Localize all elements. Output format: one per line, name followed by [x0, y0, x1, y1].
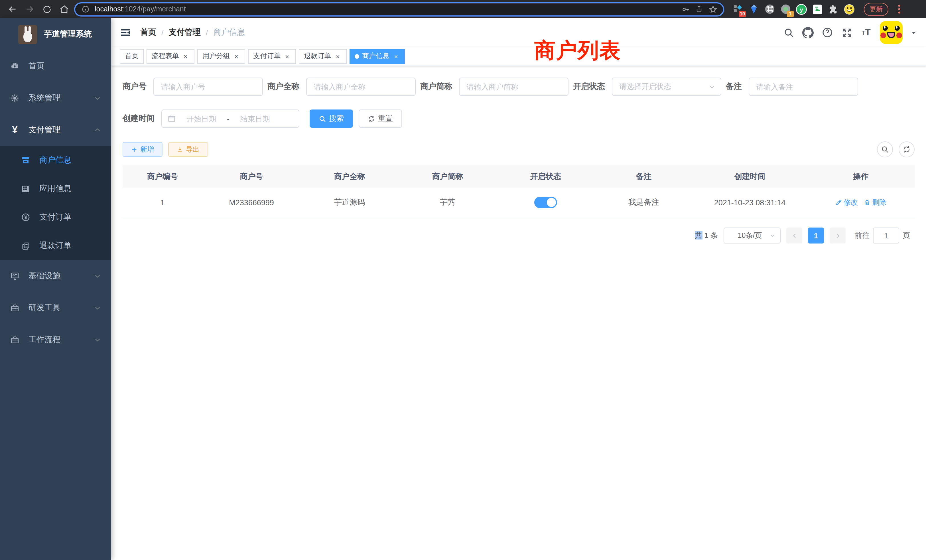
- delete-link[interactable]: 删除: [864, 198, 887, 207]
- sidebar-item-merchant-info[interactable]: 商户信息: [0, 146, 111, 174]
- sidebar-item-home[interactable]: 首页: [0, 50, 111, 82]
- password-key-icon[interactable]: [681, 5, 690, 14]
- sidebar-item-workflow[interactable]: 工作流程: [0, 324, 111, 356]
- caret-down-icon[interactable]: [911, 29, 917, 36]
- close-icon[interactable]: ×: [233, 53, 240, 60]
- reset-button-label: 重置: [378, 114, 393, 124]
- date-start-input[interactable]: [180, 114, 222, 123]
- export-button[interactable]: 导出: [168, 142, 208, 157]
- page-info-icon[interactable]: [81, 5, 90, 14]
- date-range-picker[interactable]: -: [161, 109, 300, 128]
- refresh-table-button[interactable]: [899, 141, 915, 157]
- merchant-no-input[interactable]: [153, 77, 263, 96]
- tag-pay-order[interactable]: 支付订单 ×: [248, 49, 296, 64]
- table-toolbar: 新增 导出: [123, 141, 915, 157]
- fullscreen-icon[interactable]: [841, 27, 852, 38]
- search-icon: [319, 115, 326, 122]
- full-name-input[interactable]: [306, 77, 416, 96]
- show-search-toggle-button[interactable]: [877, 141, 893, 157]
- sidebar-menu: 首页 系统管理 ¥ 支付管理: [0, 50, 111, 356]
- browser-update-button[interactable]: 更新: [864, 3, 888, 16]
- tag-merchant-info[interactable]: 商户信息 ×: [350, 49, 405, 64]
- short-name-input[interactable]: [459, 77, 569, 96]
- select-placeholder: 请选择开启状态: [619, 82, 709, 92]
- tag-refund-order[interactable]: 退款订单 ×: [299, 49, 346, 64]
- extension-gem-icon[interactable]: [748, 4, 759, 15]
- github-icon[interactable]: [802, 27, 814, 38]
- extension-command-icon[interactable]: [764, 4, 775, 15]
- extension-cluster: 10 1 y: [732, 4, 855, 15]
- svg-text:y: y: [800, 6, 803, 12]
- breadcrumb-home[interactable]: 首页: [140, 27, 156, 38]
- browser-reload-icon[interactable]: [40, 2, 54, 16]
- page-size-select[interactable]: 10条/页: [723, 227, 781, 244]
- sidebar-item-payment[interactable]: ¥ 支付管理: [0, 114, 111, 146]
- filter-status: 开启状态 请选择开启状态: [573, 77, 721, 96]
- tag-label: 用户分组: [203, 51, 230, 61]
- sidebar-item-system[interactable]: 系统管理: [0, 82, 111, 114]
- status-select[interactable]: 请选择开启状态: [612, 77, 721, 96]
- edit-link[interactable]: 修改: [835, 198, 858, 207]
- sidebar-item-infra[interactable]: 基础设施: [0, 260, 111, 292]
- browser-forward-icon[interactable]: [23, 2, 36, 16]
- sidebar-item-label: 首页: [29, 61, 101, 71]
- extension-grid-icon[interactable]: 10: [732, 4, 743, 15]
- close-icon[interactable]: ×: [334, 53, 342, 60]
- close-icon[interactable]: ×: [283, 53, 291, 60]
- field-label: 创建时间: [123, 114, 161, 124]
- tags-view: 首页 流程表单 × 用户分组 × 支付订单 × 退款订单 ×: [111, 47, 926, 66]
- download-icon: [177, 146, 183, 153]
- yen-circle-icon: [21, 213, 30, 222]
- reset-button[interactable]: 重置: [359, 109, 402, 128]
- goto-page-input[interactable]: [873, 227, 899, 244]
- status-toggle[interactable]: [534, 197, 557, 208]
- page-number-button[interactable]: 1: [808, 227, 824, 244]
- url-host: localhost: [95, 5, 123, 13]
- table-row: 1 M233666999 芋道源码 芋艿 我是备注 2021-10-23 08:…: [123, 188, 915, 217]
- help-icon[interactable]: [822, 27, 833, 38]
- sidebar-item-app-info[interactable]: 应用信息: [0, 174, 111, 203]
- toggle-knob: [547, 198, 556, 207]
- user-avatar[interactable]: [880, 21, 903, 44]
- tag-home[interactable]: 首页: [120, 49, 144, 64]
- sidebar-item-pay-order[interactable]: 支付订单: [0, 203, 111, 232]
- sidebar-item-label: 基础设施: [29, 271, 85, 281]
- close-icon[interactable]: ×: [392, 53, 400, 60]
- date-end-input[interactable]: [234, 114, 276, 123]
- active-dot: [355, 54, 359, 59]
- profile-avatar-icon[interactable]: [844, 4, 855, 15]
- remark-input[interactable]: [749, 77, 858, 96]
- extension-y-icon[interactable]: y: [796, 4, 807, 15]
- address-bar[interactable]: localhost:1024/pay/merchant: [74, 2, 724, 16]
- pagination: 共 1 条 10条/页 1 前往: [123, 227, 915, 244]
- browser-menu-icon[interactable]: [895, 5, 903, 14]
- sidebar-logo[interactable]: 芋道管理系统: [0, 18, 111, 50]
- hamburger-icon[interactable]: [120, 27, 131, 38]
- next-page-button[interactable]: [830, 227, 846, 244]
- sidebar-item-label: 商户信息: [39, 155, 101, 165]
- search-button[interactable]: 搜索: [310, 109, 353, 128]
- tag-flow-form[interactable]: 流程表单 ×: [147, 49, 194, 64]
- prev-page-button[interactable]: [786, 227, 802, 244]
- document-copy-icon: [21, 241, 30, 250]
- extension-doc-icon[interactable]: [812, 4, 823, 15]
- sidebar-item-dev-tools[interactable]: 研发工具: [0, 292, 111, 324]
- plus-icon: [131, 146, 138, 153]
- app-title: 芋道管理系统: [44, 29, 92, 39]
- edit-pencil-icon: [835, 199, 842, 206]
- browser-home-icon[interactable]: [57, 2, 71, 16]
- extension-camera-icon[interactable]: 1: [780, 4, 791, 15]
- sidebar-item-refund-order[interactable]: 退款订单: [0, 232, 111, 260]
- font-size-icon[interactable]: TT: [861, 27, 872, 38]
- page-size-value: 10条/页: [730, 231, 770, 241]
- close-icon[interactable]: ×: [182, 53, 189, 60]
- share-icon[interactable]: [694, 5, 704, 14]
- search-icon[interactable]: [783, 27, 794, 38]
- browser-back-icon[interactable]: [6, 2, 20, 16]
- tag-user-group[interactable]: 用户分组 ×: [197, 49, 245, 64]
- breadcrumb-payment[interactable]: 支付管理: [169, 27, 201, 38]
- extensions-puzzle-icon[interactable]: [828, 4, 839, 15]
- add-button[interactable]: 新增: [123, 142, 162, 157]
- bookmark-star-icon[interactable]: [708, 5, 717, 14]
- payment-submenu: 商户信息 应用信息 支付订单: [0, 146, 111, 260]
